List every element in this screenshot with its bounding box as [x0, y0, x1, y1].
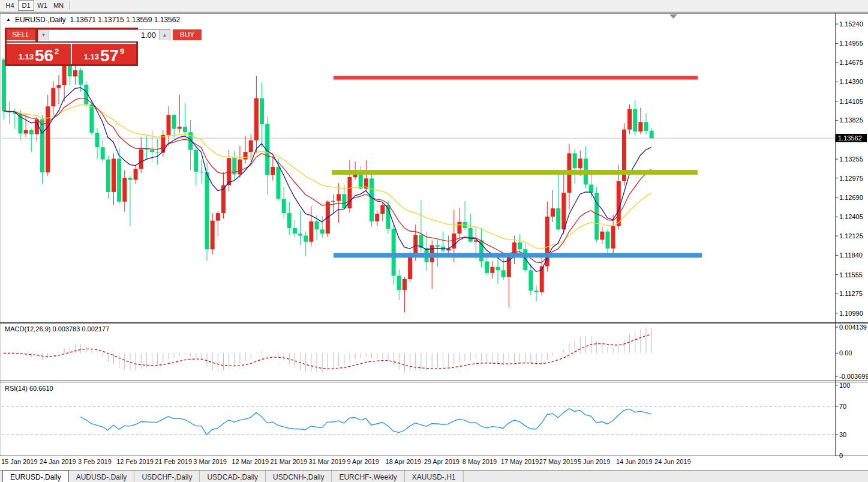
- price-axis-label: 1.12975: [839, 174, 863, 182]
- tab-audusd-daily[interactable]: AUDUSD-,Daily: [69, 471, 135, 482]
- date-axis-label: 3 Feb 2019: [78, 458, 112, 465]
- collapse-panel-icon[interactable]: ▲: [6, 17, 11, 22]
- date-axis-label: 3 Mar 2019: [193, 458, 227, 465]
- tab-usdchf-daily[interactable]: USDCHF-,Daily: [134, 471, 200, 482]
- price-axis-label: 1.11840: [839, 251, 863, 259]
- price-axis-label: 1.12690: [839, 193, 863, 202]
- macd-indicator-label: MACD(12,26,9) 0.003783 0.002177: [5, 325, 109, 333]
- timeframe-button-h4[interactable]: H4: [2, 0, 18, 11]
- buy-price-button[interactable]: 1.13 57 9: [72, 44, 136, 64]
- chart-title: ▲ EURUSD-,Daily 1.13671 1.13715 1.13559 …: [6, 16, 180, 24]
- date-axis-label: 24 Jan 2019: [40, 458, 76, 465]
- tab-eurchf-weekly[interactable]: EURCHF-,Weekly: [332, 471, 404, 482]
- medium-ma-line: [4, 98, 651, 262]
- date-axis-label: 14 Jun 2019: [616, 458, 653, 465]
- fast-ma-line: [4, 88, 651, 271]
- timeframe-button-mn[interactable]: MN: [50, 0, 67, 11]
- rsi-axis-label: 70: [839, 402, 846, 411]
- chart-shift-marker-icon: [669, 14, 677, 19]
- price-axis-label: 1.14390: [839, 77, 863, 86]
- date-axis-label: 15 Jan 2019: [1, 458, 38, 465]
- date-axis-label: 21 Mar 2019: [270, 458, 307, 465]
- date-axis-label: 17 May 2019: [501, 458, 539, 465]
- rsi-indicator-label: RSI(14) 60.6610: [5, 385, 53, 392]
- date-axis-label: 12 Feb 2019: [116, 458, 154, 465]
- price-axis-label: 1.12125: [839, 232, 863, 240]
- terminal-window: H4 D1 W1 MN ▲ EURUSD-,Daily 1.13671 1.13…: [0, 0, 868, 482]
- chart-tab-bar: EURUSD-,Daily AUDUSD-,Daily USDCHF-,Dail…: [0, 470, 868, 482]
- buy-price-big: 57: [100, 49, 119, 63]
- macd-axis-label: 0.004139: [839, 323, 867, 331]
- candlesticks[interactable]: [2, 48, 654, 313]
- date-axis-label: 12 Mar 2019: [232, 458, 269, 465]
- toolbar-separator: [69, 1, 70, 10]
- chart-symbol-label: EURUSD-,Daily: [15, 16, 66, 24]
- axis-ticks: [836, 24, 838, 456]
- price-axis-label: 1.13825: [839, 116, 863, 124]
- chart-ohlc-values: 1.13671 1.13715 1.13559 1.13562: [70, 16, 181, 24]
- price-axis-label: 1.14675: [839, 58, 863, 67]
- price-axis-label: 1.14955: [839, 39, 863, 47]
- sell-price-big: 56: [35, 49, 53, 63]
- tab-usdcad-daily[interactable]: USDCAD-,Daily: [200, 471, 266, 482]
- sell-price-prefix: 1.13: [19, 53, 34, 61]
- rsi-axis-label: 100: [839, 381, 850, 390]
- date-axis-label: 5 Jun 2019: [578, 458, 610, 465]
- macd-axis-label: -0.003699: [839, 372, 868, 381]
- tab-usdcnh-daily[interactable]: USDCNH-,Daily: [266, 471, 332, 482]
- date-axis-label: 29 Apr 2019: [424, 458, 459, 465]
- timeframe-button-w1[interactable]: W1: [34, 0, 50, 11]
- tab-eurusd-daily[interactable]: EURUSD-,Daily: [2, 470, 69, 482]
- price-axis-label: 1.11275: [839, 289, 863, 298]
- price-axis-label: 1.11555: [839, 271, 863, 279]
- volume-decrease-button[interactable]: ▼: [38, 30, 49, 40]
- date-axis-label: 27 May 2019: [539, 458, 578, 465]
- macd-axis-label: 0.00: [839, 349, 852, 357]
- trade-panel-top-row: SELL ▼ ▲ BUY: [7, 29, 136, 41]
- price-axis-label: 1.14105: [839, 97, 863, 106]
- date-axis-label: 9 Apr 2019: [347, 458, 379, 465]
- buy-button[interactable]: BUY: [173, 29, 202, 41]
- buy-price-sup: 9: [120, 47, 124, 55]
- chart-canvas[interactable]: [0, 0, 868, 482]
- date-axis-label: 8 May 2019: [462, 458, 497, 465]
- sell-button[interactable]: SELL: [7, 29, 35, 41]
- volume-increase-button[interactable]: ▲: [159, 30, 170, 40]
- tab-xauusd-h1[interactable]: XAUUSD-,H1: [405, 471, 464, 482]
- date-axis-label: 31 Mar 2019: [308, 458, 346, 465]
- trade-panel-price-row: 1.13 56 2 1.13 57 9: [7, 43, 136, 64]
- volume-spinner: ▼ ▲: [38, 29, 170, 41]
- date-axis-label: 24 Jun 2019: [654, 458, 691, 465]
- price-axis-label: 1.10990: [839, 309, 863, 318]
- volume-input[interactable]: [49, 30, 159, 40]
- current-price-tag: 1.13562: [836, 134, 867, 142]
- date-axis-label: 18 Apr 2019: [386, 458, 421, 465]
- horizontal-level-lines[interactable]: [332, 76, 702, 258]
- timeframe-button-d1[interactable]: D1: [18, 0, 34, 11]
- one-click-trading-panel: SELL ▼ ▲ BUY 1.13 56 2 1.13 57 9: [5, 28, 138, 66]
- date-axis-label: 21 Feb 2019: [155, 458, 192, 465]
- price-axis-label: 1.13255: [839, 155, 863, 163]
- buy-price-prefix: 1.13: [84, 53, 99, 61]
- rsi-axis-label: 0: [839, 451, 843, 460]
- sell-price-button[interactable]: 1.13 56 2: [7, 44, 71, 64]
- sell-price-sup: 2: [55, 47, 59, 55]
- price-axis-label: 1.15240: [839, 20, 863, 28]
- timeframe-toolbar: H4 D1 W1 MN: [0, 0, 868, 11]
- macd-histogram: [4, 328, 652, 373]
- rsi-line: [80, 409, 651, 435]
- rsi-axis-label: 30: [839, 430, 846, 439]
- price-axis-label: 1.12405: [839, 212, 863, 221]
